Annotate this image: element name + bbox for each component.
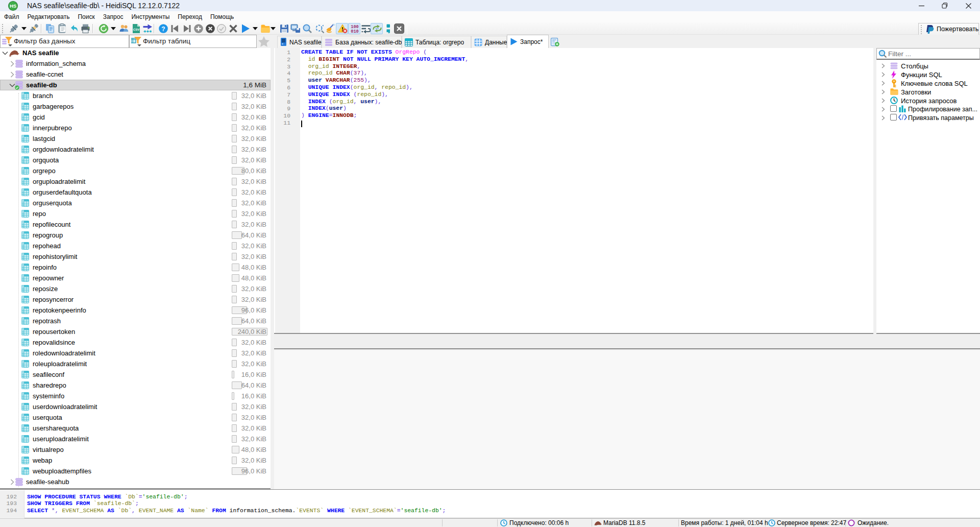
svg-text:010: 010 (351, 29, 358, 34)
svg-text:HS: HS (10, 3, 16, 9)
svg-text:?: ? (161, 26, 165, 33)
svg-text:CSV: CSV (133, 28, 139, 31)
